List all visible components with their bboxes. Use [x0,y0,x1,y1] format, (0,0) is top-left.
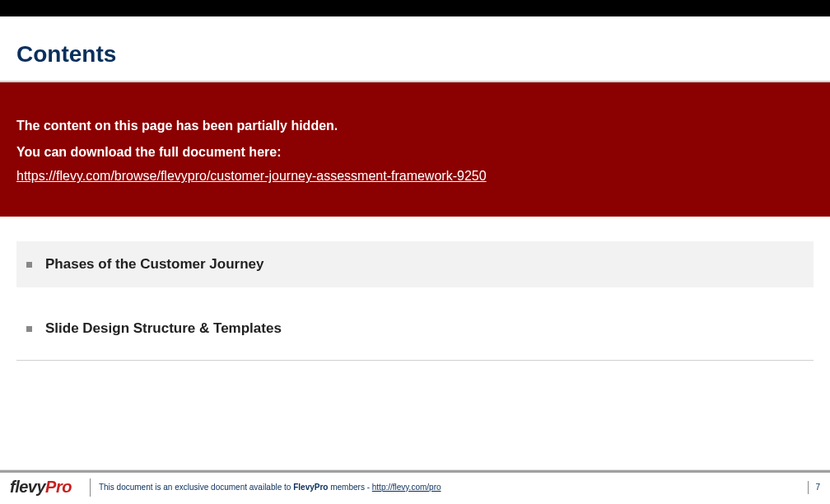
logo-text-flevy: flevy [10,478,45,497]
page-title: Contents [0,16,830,81]
footer-text-prefix: This document is an exclusive document a… [99,483,293,492]
list-item: Slide Design Structure & Templates [16,306,814,352]
footer-text: This document is an exclusive document a… [99,483,441,492]
bullet-icon [26,326,32,332]
banner-text-2: You can download the full document here: [16,142,814,163]
footer-separator [90,478,91,497]
list-item-label: Slide Design Structure & Templates [45,320,282,337]
list-item-label: Phases of the Customer Journey [45,256,263,273]
footer-text-bold: FlevyPro [293,483,328,492]
logo-text-pro: Pro [45,478,72,497]
divider [16,360,814,361]
flevypro-logo: flevyPro [10,478,72,497]
page-number-container: 7 [808,481,820,494]
hidden-content-banner: The content on this page has been partia… [0,82,830,217]
footer-top-line [0,470,830,473]
list-item: Phases of the Customer Journey [16,241,814,287]
top-black-bar [0,0,830,16]
banner-download-link[interactable]: https://flevy.com/browse/flevypro/custom… [16,169,487,184]
contents-list: Phases of the Customer Journey Slide Des… [0,217,830,361]
footer: flevyPro This document is an exclusive d… [0,469,830,504]
page-number-separator [808,481,809,494]
banner-text-1: The content on this page has been partia… [16,115,814,137]
footer-text-suffix: members - [328,483,371,492]
page-number: 7 [815,483,820,492]
footer-link[interactable]: http://flevy.com/pro [372,483,441,492]
bullet-icon [26,262,32,268]
